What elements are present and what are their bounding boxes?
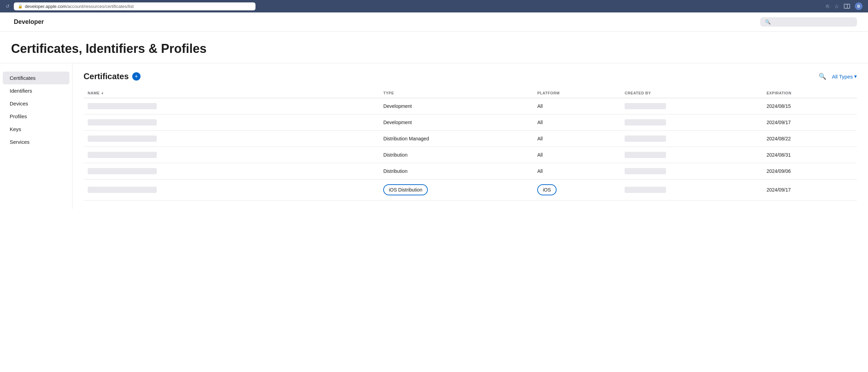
table-row[interactable]: Distribution ManagedAll2024/08/22: [84, 131, 857, 147]
cell-type: Distribution Managed: [379, 131, 533, 147]
lock-icon: 🔒: [18, 4, 23, 9]
table-row[interactable]: iOS DistributioniOS2024/09/17: [84, 179, 857, 201]
cell-platform: All: [533, 131, 620, 147]
cell-platform: All: [533, 163, 620, 179]
section-title-row: Certificates +: [84, 72, 141, 81]
cell-type: Distribution: [379, 147, 533, 163]
sidebar-item-certificates[interactable]: Certificates: [3, 72, 69, 84]
table-row[interactable]: DistributionAll2024/08/31: [84, 147, 857, 163]
split-view-icon[interactable]: [844, 4, 850, 9]
col-header-expiration: EXPIRATION: [762, 88, 857, 98]
cell-platform: All: [533, 98, 620, 114]
cell-expiration: 2024/09/17: [762, 114, 857, 131]
cell-name: [84, 98, 379, 114]
cell-name: [84, 131, 379, 147]
table-header-row: NAME ▾ TYPE PLATFORM CREATED BY EXPIRATI…: [84, 88, 857, 98]
created-by-redacted: [625, 187, 666, 193]
created-by-redacted: [625, 103, 666, 109]
cell-type: Distribution: [379, 163, 533, 179]
cell-created-by: [620, 98, 762, 114]
col-header-name[interactable]: NAME ▾: [84, 88, 379, 98]
section-header: Certificates + 🔍 All Types ▾: [84, 72, 857, 81]
cell-expiration: 2024/08/31: [762, 147, 857, 163]
cell-created-by: [620, 114, 762, 131]
cell-name: [84, 163, 379, 179]
nav-bar: Developer 🔍: [0, 12, 868, 32]
section-title: Certificates: [84, 72, 129, 81]
table-row[interactable]: DevelopmentAll2024/08/15: [84, 98, 857, 114]
created-by-redacted: [625, 152, 666, 158]
sidebar-item-keys[interactable]: Keys: [3, 123, 69, 136]
nav-search-bar[interactable]: 🔍: [760, 17, 857, 27]
cell-type: Development: [379, 114, 533, 131]
cell-platform: All: [533, 147, 620, 163]
cell-created-by: [620, 163, 762, 179]
logo-text: Developer: [14, 18, 44, 26]
cell-name: [84, 179, 379, 201]
cell-created-by: [620, 147, 762, 163]
browser-chrome: ↺ 🔒 developer.apple.com/account/resource…: [0, 0, 868, 12]
cell-expiration: 2024/09/17: [762, 179, 857, 201]
table-row[interactable]: DistributionAll2024/09/06: [84, 163, 857, 179]
sidebar: Certificates Identifiers Devices Profile…: [0, 63, 73, 209]
cell-type: Development: [379, 98, 533, 114]
cell-type: iOS Distribution: [379, 179, 533, 201]
search-button[interactable]: 🔍: [819, 73, 826, 80]
chevron-down-icon: ▾: [854, 73, 857, 80]
name-redacted: [88, 168, 157, 174]
browser-toolbar: ⎋ ☆ B: [826, 2, 862, 10]
sidebar-item-identifiers[interactable]: Identifiers: [3, 84, 69, 97]
filter-label: All Types: [832, 74, 853, 80]
filter-dropdown[interactable]: All Types ▾: [832, 73, 857, 80]
certificates-table: NAME ▾ TYPE PLATFORM CREATED BY EXPIRATI…: [84, 88, 857, 201]
name-redacted: [88, 136, 157, 142]
sidebar-item-services[interactable]: Services: [3, 136, 69, 148]
page-title: Certificates, Identifiers & Profiles: [11, 41, 857, 56]
url-text: developer.apple.com/account/resources/ce…: [25, 4, 134, 9]
cell-name: [84, 147, 379, 163]
col-header-type: TYPE: [379, 88, 533, 98]
header-actions: 🔍 All Types ▾: [819, 73, 857, 80]
sidebar-item-profiles[interactable]: Profiles: [3, 110, 69, 123]
site-logo[interactable]: Developer: [11, 18, 44, 26]
platform-highlighted: iOS: [537, 184, 556, 195]
add-certificate-button[interactable]: +: [132, 72, 141, 81]
avatar[interactable]: B: [855, 2, 862, 10]
sort-arrow-icon: ▾: [102, 92, 104, 95]
name-redacted: [88, 187, 157, 193]
cell-expiration: 2024/08/22: [762, 131, 857, 147]
cell-expiration: 2024/08/15: [762, 98, 857, 114]
cell-platform: iOS: [533, 179, 620, 201]
share-icon[interactable]: ⎋: [826, 3, 829, 9]
col-header-platform: PLATFORM: [533, 88, 620, 98]
cell-created-by: [620, 131, 762, 147]
name-redacted: [88, 103, 157, 109]
type-highlighted: iOS Distribution: [383, 184, 428, 195]
cell-platform: All: [533, 114, 620, 131]
created-by-redacted: [625, 119, 666, 125]
main-content: Certificates + 🔍 All Types ▾ NAME ▾ TYPE: [73, 63, 868, 209]
created-by-redacted: [625, 136, 666, 142]
created-by-redacted: [625, 168, 666, 174]
reload-icon[interactable]: ↺: [6, 3, 10, 9]
content-area: Certificates Identifiers Devices Profile…: [0, 63, 868, 209]
col-header-created-by: CREATED BY: [620, 88, 762, 98]
table-row[interactable]: DevelopmentAll2024/09/17: [84, 114, 857, 131]
cell-name: [84, 114, 379, 131]
page-header: Certificates, Identifiers & Profiles: [0, 32, 868, 63]
name-redacted: [88, 152, 157, 158]
sidebar-item-devices[interactable]: Devices: [3, 97, 69, 110]
cell-expiration: 2024/09/06: [762, 163, 857, 179]
nav-search-icon: 🔍: [765, 19, 771, 25]
bookmark-icon[interactable]: ☆: [834, 3, 839, 10]
cell-created-by: [620, 179, 762, 201]
name-redacted: [88, 119, 157, 125]
address-bar[interactable]: 🔒 developer.apple.com/account/resources/…: [14, 2, 255, 10]
